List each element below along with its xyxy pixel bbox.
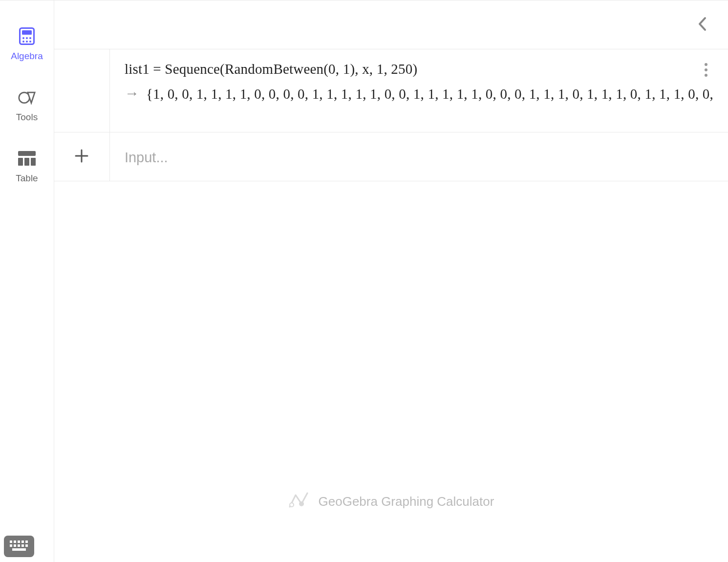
app-root: Algebra Tools Table [0,0,728,562]
svg-rect-25 [18,544,20,547]
sidebar-item-tools[interactable]: Tools [16,88,38,123]
output-arrow-icon: → [125,86,139,101]
calculator-icon [18,27,36,45]
sidebar-item-algebra[interactable]: Algebra [11,27,43,62]
table-icon [18,150,36,167]
sidebar-item-table[interactable]: Table [16,150,38,184]
expression-row[interactable]: list1 = Sequence(RandomBetween(0, 1), x,… [54,49,728,132]
sidebar-item-label: Algebra [11,51,43,62]
svg-rect-19 [14,540,16,543]
svg-point-16 [290,503,294,507]
more-vertical-icon [704,63,708,79]
svg-rect-26 [21,544,24,547]
collapse-button[interactable] [694,16,711,34]
svg-rect-9 [18,151,36,156]
svg-point-7 [29,41,31,43]
sidebar-item-label: Tools [16,112,38,123]
sidebar-item-label: Table [16,173,38,184]
input-field[interactable]: Input... [110,132,728,181]
row-gutter[interactable] [54,132,110,181]
output-text: {1, 0, 0, 1, 1, 1, 1, 0, 0, 0, 0, 1, 1, … [146,86,713,102]
row-gutter[interactable] [54,49,110,132]
svg-point-4 [29,37,31,39]
svg-point-15 [705,74,707,77]
svg-rect-21 [21,540,24,543]
svg-rect-24 [14,544,16,547]
row-more-button[interactable] [699,62,713,80]
main-panel: list1 = Sequence(RandomBetween(0, 1), x,… [54,0,728,562]
expression-text[interactable]: list1 = Sequence(RandomBetween(0, 1), x,… [125,61,713,77]
svg-rect-1 [22,30,32,35]
svg-point-5 [22,41,24,43]
svg-point-14 [705,68,707,71]
input-placeholder: Input... [125,150,168,166]
tools-icon [18,88,36,106]
chevron-left-icon [698,17,707,33]
topbar [54,0,728,49]
row-content: list1 = Sequence(RandomBetween(0, 1), x,… [110,49,728,132]
svg-rect-20 [18,540,20,543]
svg-point-13 [705,63,707,66]
svg-point-3 [26,37,28,39]
output-line: → {1, 0, 0, 1, 1, 1, 1, 0, 0, 0, 0, 1, 1… [125,86,713,102]
svg-point-2 [22,37,24,39]
sidebar: Algebra Tools Table [0,0,54,562]
keyboard-button[interactable] [4,536,34,557]
keyboard-icon [8,539,30,554]
graph-icon [288,490,310,513]
svg-rect-27 [25,544,28,547]
svg-rect-28 [12,548,26,551]
svg-rect-23 [10,544,12,547]
svg-rect-18 [10,540,12,543]
plus-icon [74,149,89,165]
input-row[interactable]: Input... [54,132,728,181]
svg-point-6 [26,41,28,43]
svg-rect-10 [18,158,23,166]
watermark-text: GeoGebra Graphing Calculator [319,494,494,509]
svg-rect-11 [24,158,29,166]
svg-rect-22 [25,540,28,543]
svg-point-17 [300,502,304,506]
expression-list: list1 = Sequence(RandomBetween(0, 1), x,… [54,49,728,181]
watermark: GeoGebra Graphing Calculator [288,490,494,513]
svg-rect-12 [31,158,36,166]
